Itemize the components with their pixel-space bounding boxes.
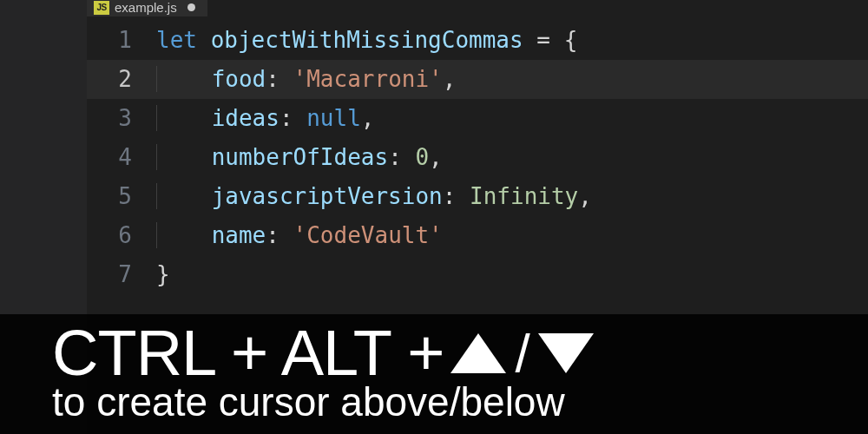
code-content: name: 'CodeVault': [156, 216, 868, 255]
code-content: javascriptVersion: Infinity,: [156, 177, 868, 216]
line-number: 7: [87, 255, 156, 294]
code-line[interactable]: 5 javascriptVersion: Infinity,: [87, 177, 868, 216]
tab-bar: JS example.js: [87, 0, 207, 19]
line-number: 4: [87, 138, 156, 177]
line-number: 5: [87, 177, 156, 216]
modified-indicator-icon: [187, 3, 195, 11]
code-line[interactable]: 2 food: 'Macarroni',: [87, 60, 868, 99]
shortcut-caption: CTRL + ALT + / to create cursor above/be…: [0, 314, 868, 434]
arrow-up-icon: [450, 333, 506, 373]
caption-description: to create cursor above/below: [52, 382, 833, 422]
code-content: let objectWithMissingCommas = {: [156, 21, 868, 60]
caption-separator: /: [515, 326, 529, 380]
line-number: 1: [87, 21, 156, 60]
code-content: }: [156, 255, 868, 294]
arrow-down-icon: [538, 333, 594, 373]
code-line[interactable]: 4 numberOfIdeas: 0,: [87, 138, 868, 177]
code-content: food: 'Macarroni',: [156, 60, 868, 99]
tab-filename: example.js: [115, 0, 177, 15]
code-line[interactable]: 7}: [87, 255, 868, 294]
code-content: numberOfIdeas: 0,: [156, 138, 868, 177]
line-number: 3: [87, 99, 156, 138]
js-file-icon: JS: [94, 1, 109, 15]
tab-example-js[interactable]: JS example.js: [87, 0, 207, 16]
caption-keys-line: CTRL + ALT + /: [52, 321, 833, 385]
code-content: ideas: null,: [156, 99, 868, 138]
code-editor[interactable]: 1let objectWithMissingCommas = {2 food: …: [87, 21, 868, 294]
code-line[interactable]: 3 ideas: null,: [87, 99, 868, 138]
code-line[interactable]: 6 name: 'CodeVault': [87, 216, 868, 255]
code-line[interactable]: 1let objectWithMissingCommas = {: [87, 21, 868, 60]
caption-keys-text: CTRL + ALT +: [52, 321, 444, 385]
line-number: 2: [87, 60, 156, 99]
line-number: 6: [87, 216, 156, 255]
